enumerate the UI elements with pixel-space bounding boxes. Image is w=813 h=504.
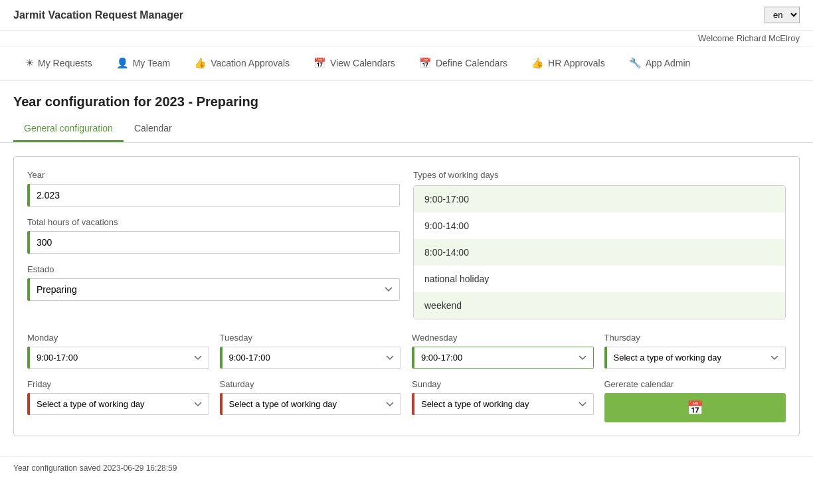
tab-bar: General configuration Calendar [0,116,813,143]
sunday-field: Sunday Select a type of working day 9:00… [412,379,594,422]
thumbsup-icon: 👍 [194,57,207,69]
config-two-col: Year Total hours of vacations [27,170,786,319]
calendar-generate-icon: 📅 [687,400,703,416]
tuesday-field: Tuesday 9:00-17:00 9:00-14:00 8:00-14:00… [220,333,402,369]
welcome-bar: Welcome Richard McElroy [0,31,813,46]
tab-calendar[interactable]: Calendar [124,116,183,142]
sun-icon: ☀ [25,57,34,69]
status-bar: Year configuration saved 2023-06-29 16:2… [0,456,813,479]
estado-select-wrapper: Preparing Active Closed [27,278,400,301]
wednesday-label: Wednesday [412,333,594,343]
generate-calendar-label: Gererate calendar [604,379,786,389]
working-days-section-label: Types of working days [413,170,786,180]
generate-calendar-field: Gererate calendar 📅 [604,379,786,422]
wd-item-0[interactable]: 9:00-17:00 [414,186,785,212]
saturday-select[interactable]: Select a type of working day 9:00-17:00 … [223,393,402,415]
nav-define-calendars[interactable]: 📅 Define Calendars [407,46,519,80]
wrench-icon: 🔧 [629,57,642,69]
estado-select[interactable]: Preparing Active Closed [30,278,400,301]
nav-define-calendars-label: Define Calendars [436,58,507,68]
saturday-bar [220,393,223,415]
nav-my-requests-label: My Requests [38,58,92,68]
day-grid: Monday 9:00-17:00 9:00-14:00 8:00-14:00 … [27,333,786,422]
year-label: Year [27,170,400,180]
monday-select-wrapper: 9:00-17:00 9:00-14:00 8:00-14:00 nationa… [27,347,209,369]
nav-vacation-approvals[interactable]: 👍 Vacation Approvals [182,46,302,80]
tuesday-select[interactable]: 9:00-17:00 9:00-14:00 8:00-14:00 nationa… [223,347,402,369]
total-hours-field-group: Total hours of vacations [27,217,400,254]
nav-view-calendars-label: View Calendars [330,58,395,68]
main-content: Year Total hours of vacations [0,143,813,450]
team-icon: 👤 [116,57,129,69]
estado-label: Estado [27,264,400,274]
app-header: Jarmit Vacation Request Manager en es [0,0,813,31]
nav-vacation-approvals-label: Vacation Approvals [211,58,290,68]
wd-item-2[interactable]: 8:00-14:00 [414,239,785,266]
thursday-field: Thursday Select a type of working day 9:… [604,333,786,369]
nav-app-admin-label: App Admin [646,58,691,68]
nav-view-calendars[interactable]: 📅 View Calendars [302,46,407,80]
friday-select-wrapper: Select a type of working day 9:00-17:00 … [27,393,209,415]
generate-calendar-button[interactable]: 📅 [604,393,786,422]
nav-hr-approvals-label: HR Approvals [548,58,605,68]
welcome-text: Welcome Richard McElroy [698,33,800,43]
config-panel: Year Total hours of vacations [13,156,800,436]
sunday-select-wrapper: Select a type of working day 9:00-17:00 … [412,393,594,415]
nav-my-team-label: My Team [133,58,171,68]
right-col: Types of working days 9:00-17:00 9:00-14… [413,170,786,319]
nav-hr-approvals[interactable]: 👍 HR Approvals [519,46,617,80]
sunday-select[interactable]: Select a type of working day 9:00-17:00 … [414,393,594,415]
working-days-list: 9:00-17:00 9:00-14:00 8:00-14:00 nationa… [413,185,786,319]
saturday-field: Saturday Select a type of working day 9:… [220,379,402,422]
year-input-wrapper [27,184,400,207]
saturday-select-wrapper: Select a type of working day 9:00-17:00 … [220,393,402,415]
total-hours-input-wrapper [27,231,400,254]
wednesday-select-wrapper: 9:00-17:00 9:00-14:00 8:00-14:00 nationa… [412,347,594,369]
thursday-select-wrapper: Select a type of working day 9:00-17:00 … [604,347,786,369]
thursday-bar [604,347,607,369]
total-hours-input[interactable] [30,231,400,254]
thursday-label: Thursday [604,333,786,343]
nav-app-admin[interactable]: 🔧 App Admin [617,46,703,80]
wd-item-3[interactable]: national holiday [414,266,785,292]
wednesday-select[interactable]: 9:00-17:00 9:00-14:00 8:00-14:00 nationa… [414,347,594,369]
calendar-icon: 📅 [314,57,326,69]
nav-my-team[interactable]: 👤 My Team [104,46,183,80]
tab-general-configuration[interactable]: General configuration [13,116,124,142]
page-title: Year configuration for 2023 - Preparing [0,81,813,116]
saturday-label: Saturday [220,379,402,389]
sunday-label: Sunday [412,379,594,389]
app-title: Jarmit Vacation Request Manager [13,9,183,21]
total-hours-label: Total hours of vacations [27,217,400,227]
year-field-group: Year [27,170,400,207]
tuesday-select-wrapper: 9:00-17:00 9:00-14:00 8:00-14:00 nationa… [220,347,402,369]
monday-label: Monday [27,333,209,343]
wd-item-1[interactable]: 9:00-14:00 [414,212,785,239]
friday-label: Friday [27,379,209,389]
thursday-select[interactable]: Select a type of working day 9:00-17:00 … [607,347,786,369]
lang-selector[interactable]: en es [765,7,800,23]
friday-field: Friday Select a type of working day 9:00… [27,379,209,422]
monday-field: Monday 9:00-17:00 9:00-14:00 8:00-14:00 … [27,333,209,369]
monday-select[interactable]: 9:00-17:00 9:00-14:00 8:00-14:00 nationa… [30,347,209,369]
estado-field-group: Estado Preparing Active Closed [27,264,400,301]
tuesday-label: Tuesday [220,333,402,343]
wd-item-4[interactable]: weekend [414,292,785,319]
nav-my-requests[interactable]: ☀ My Requests [13,46,104,80]
friday-select[interactable]: Select a type of working day 9:00-17:00 … [30,393,209,415]
main-nav: ☀ My Requests 👤 My Team 👍 Vacation Appro… [0,46,813,81]
left-col: Year Total hours of vacations [27,170,400,319]
wednesday-field: Wednesday 9:00-17:00 9:00-14:00 8:00-14:… [412,333,594,369]
tuesday-bar [220,347,223,369]
calendar2-icon: 📅 [419,57,432,69]
status-message: Year configuration saved 2023-06-29 16:2… [13,463,177,473]
hr-icon: 👍 [531,57,544,69]
year-input[interactable] [30,184,400,207]
